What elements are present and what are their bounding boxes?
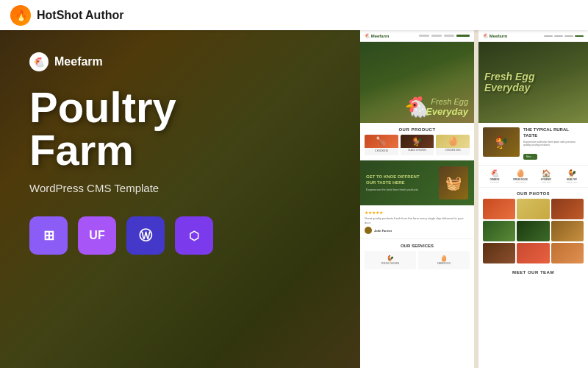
meet-team-title: MEET OUR TEAM [483, 270, 584, 275]
photo-thumbnail [483, 221, 515, 241]
chicken-icon: 🐔 [33, 57, 45, 68]
product-label: CHICKEN [365, 148, 398, 153]
rural-image: 🐓 [483, 127, 520, 157]
testimonial-text: Great quality products fresh from the fa… [365, 216, 470, 224]
services-grid: 🐓 FRESH CHICKEN 🥚 FARM EGGS [365, 251, 470, 269]
nav-dots [419, 35, 470, 37]
photo-thumbnail [483, 199, 515, 219]
services-title: OUR SERVICES [365, 244, 470, 248]
preview-hero-text: Fresh Egg Everyday [426, 97, 468, 117]
product-label: CHICKEN EGG [436, 148, 470, 152]
preview-rural-taste: 🐓 THE TYPICAL RURAL TASTE Experience aut… [478, 123, 588, 166]
plugin-icons-row: ⊞ UF Ⓦ ⬡ [29, 216, 331, 255]
hero-line1: Fresh Egg [426, 97, 468, 106]
service-icon: 🥚 [440, 255, 448, 262]
product-grid: 🍗 CHICKEN 🐓 BLACK CHICKEN 🥚 CHICKEN EGG [365, 135, 470, 155]
service-item: 🥚 FARM EGGS [418, 251, 470, 269]
product-image: 🐓 [401, 135, 434, 148]
preview-green-section: GET TO KNOE DIFFRENTOUR TASTE HERE Exper… [360, 160, 474, 205]
feature-icon: 🐓 [567, 169, 576, 177]
nav-dot [419, 35, 429, 37]
preview-products: OUR PRODUCT 🍗 CHICKEN 🐓 BLACK CHICKEN 🥚 … [360, 123, 474, 160]
feature-desc: Premium care [566, 181, 578, 183]
photos-grid [483, 199, 584, 263]
testimonial-stars: ★★★★★ [365, 210, 470, 215]
preview-nav-left: 🐔 Meefarm [360, 30, 474, 42]
feature-icon: 🐔 [490, 169, 499, 177]
preview-services: OUR SERVICES 🐓 FRESH CHICKEN 🥚 FARM EGGS [360, 239, 474, 274]
quix-icon[interactable]: ⬡ [175, 216, 213, 255]
fire-icon: 🔥 [15, 10, 27, 21]
preview-column-left: 🐔 Meefarm 🐔 Fresh Egg Everyday OUR PRODU… [360, 30, 474, 368]
nav-dot [444, 35, 454, 37]
photo-thumbnail [483, 243, 515, 263]
feature-icon-item: 🐔 ORANGE Fresh daily [483, 169, 506, 183]
products-title: OUR PRODUCT [365, 127, 470, 132]
testimonial-author: John Farmer [365, 227, 470, 234]
main-title: Poultry Farm [29, 86, 331, 171]
feature-icon-item: 🥚 FRESH EGGS Daily collect [509, 169, 532, 183]
preview-feature-icons: 🐔 ORANGE Fresh daily 🥚 FRESH EGGS Daily … [478, 166, 588, 188]
product-image: 🍗 [365, 135, 398, 148]
feature-icon: 🥚 [516, 169, 525, 177]
feature-desc: Daily collect [515, 181, 525, 183]
preview-hero-left: 🐔 Fresh Egg Everyday [360, 42, 474, 123]
green-subtitle: Experience the best farm fresh products [366, 188, 434, 191]
rural-desc: Experience authentic farm taste with pre… [523, 141, 584, 148]
photo-item [483, 199, 515, 219]
nav-dot [431, 35, 442, 37]
product-image: 🥚 [436, 135, 470, 148]
photo-thumbnail [551, 221, 584, 241]
photo-item [517, 221, 549, 241]
preview-right-nav-logo: 🐔 Meefarm [483, 33, 507, 38]
hero-right-title: Fresh EggEveryday [484, 71, 582, 94]
author-avatar [365, 227, 372, 234]
elementor-icon[interactable]: ⊞ [29, 216, 68, 255]
nav-dot [564, 35, 573, 37]
meet-team-section: MEET OUR TEAM [478, 267, 588, 280]
rural-button[interactable]: More → [523, 154, 537, 160]
brand-name: HotShot Author [37, 9, 123, 22]
nav-dot [575, 35, 584, 37]
green-title: GET TO KNOE DIFFRENTOUR TASTE HERE [366, 174, 434, 186]
photo-item [483, 221, 515, 241]
feature-desc: Clean coop [542, 181, 551, 183]
photo-item [551, 199, 584, 219]
photo-thumbnail [517, 199, 549, 219]
photo-item [551, 243, 584, 263]
preview-hero-right: Fresh EggEveryday [478, 42, 588, 123]
feature-icon: 🏠 [542, 169, 551, 177]
meefarm-icon: 🐔 [29, 52, 49, 71]
right-preview-area: 🐔 Meefarm 🐔 Fresh Egg Everyday OUR PRODU… [360, 30, 588, 368]
top-bar: 🔥 HotShot Author [0, 0, 588, 30]
nav-dot [456, 35, 470, 37]
feature-icon-item: 🏠 HYGIENIC Clean coop [534, 169, 558, 183]
brand-logo-icon: 🔥 [10, 5, 31, 26]
preview-nav-right: 🐔 Meefarm [478, 30, 588, 42]
uiflow-icon[interactable]: UF [78, 216, 116, 255]
rural-text-block: THE TYPICAL RURAL TASTE Experience authe… [523, 127, 584, 160]
green-image: 🧺 [439, 166, 468, 199]
right-nav-dots [544, 35, 584, 37]
feature-icon-item: 🐓 HEALTHY Premium care [560, 169, 584, 183]
wordpress-icon[interactable]: Ⓦ [126, 216, 165, 255]
nav-dot [544, 35, 553, 37]
nav-dot [554, 35, 563, 37]
meefarm-logo: 🐔 Meefarm [29, 52, 331, 71]
service-icon: 🐓 [387, 255, 394, 262]
photo-item [483, 243, 515, 263]
preview-testimonial: ★★★★★ Great quality products fresh from … [360, 205, 474, 239]
preview-column-right: 🐔 Meefarm Fresh EggEveryday 🐓 THE TYPICA… [478, 30, 588, 368]
product-item: 🥚 CHICKEN EGG [436, 135, 470, 155]
author-name: John Farmer [374, 229, 392, 233]
hero-overlay: Fresh EggEveryday [478, 42, 588, 123]
rural-title: THE TYPICAL RURAL TASTE [523, 127, 584, 139]
meefarm-brand-name: Meefarm [54, 55, 103, 68]
left-content-panel: 🐔 Meefarm Poultry Farm WordPress CMS Tem… [0, 30, 360, 368]
photo-item [517, 243, 549, 263]
photo-thumbnail [551, 243, 584, 263]
green-text-block: GET TO KNOE DIFFRENTOUR TASTE HERE Exper… [366, 174, 434, 191]
service-item: 🐓 FRESH CHICKEN [365, 251, 416, 269]
photo-item [517, 199, 549, 219]
photo-thumbnail [517, 221, 549, 241]
